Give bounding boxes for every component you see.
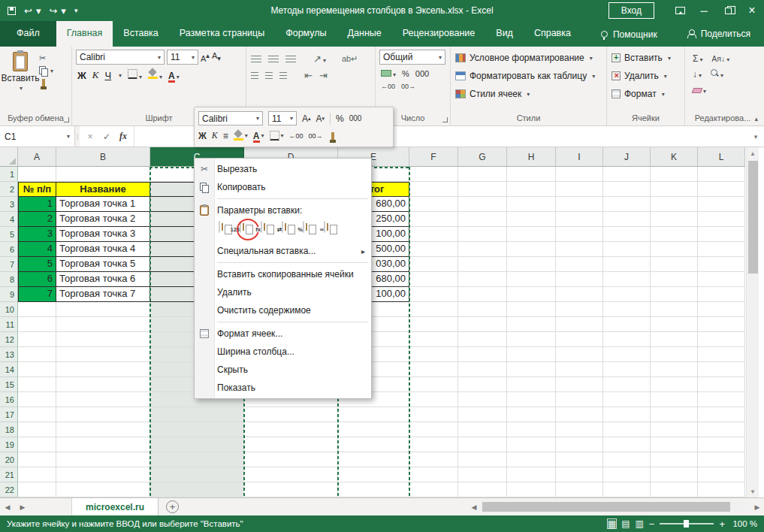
cell-H1[interactable] [507, 167, 556, 182]
accounting-format-button[interactable]: ▾ [381, 69, 396, 78]
cell-J12[interactable] [603, 332, 651, 347]
cell-D19[interactable] [244, 437, 338, 452]
tab-file[interactable]: Файл [0, 21, 56, 47]
page-layout-view-icon[interactable]: ▤ [621, 519, 630, 528]
fill-button[interactable]: ↓▾ [693, 69, 702, 80]
fill-color-button[interactable]: ▾ [148, 69, 162, 81]
normal-view-icon[interactable]: ▦ [608, 519, 616, 528]
mini-italic-button[interactable]: К [212, 130, 218, 141]
cell-L2[interactable] [698, 182, 745, 197]
cell-L19[interactable] [698, 437, 745, 452]
cell-H17[interactable] [507, 407, 556, 422]
sign-in-button[interactable]: Вход [608, 2, 654, 19]
cell-K8[interactable] [651, 272, 698, 287]
tab-Разметка страницы[interactable]: Разметка страницы [169, 21, 275, 47]
dialog-launcher-icon[interactable] [442, 117, 448, 122]
menu-item-show[interactable]: Показать [195, 379, 371, 397]
sort-filter-button[interactable]: АЯ↓▾ [711, 53, 729, 64]
cell-I8[interactable] [556, 272, 603, 287]
cell-B13[interactable] [56, 347, 150, 362]
clear-button[interactable]: ▾ [693, 85, 706, 95]
column-header-L[interactable]: L [698, 147, 745, 167]
cell-G16[interactable] [458, 392, 507, 407]
cell-H22[interactable] [507, 482, 556, 497]
cell-E19[interactable] [338, 437, 409, 452]
cell-I16[interactable] [556, 392, 603, 407]
cell-I9[interactable] [556, 287, 603, 302]
cell-D18[interactable] [244, 422, 338, 437]
scroll-up-icon[interactable]: ▲ [750, 147, 756, 159]
align-top-icon[interactable] [251, 56, 261, 62]
cell-B7[interactable]: Торговая точка 5 [56, 257, 150, 272]
cell-A14[interactable] [18, 362, 56, 377]
cell-B5[interactable]: Торговая точка 3 [56, 227, 150, 242]
cell-K18[interactable] [651, 422, 698, 437]
column-header-F[interactable]: F [409, 147, 458, 167]
row-header-12[interactable]: 12 [0, 332, 18, 347]
cell-E22[interactable] [338, 482, 409, 497]
save-icon[interactable] [8, 7, 16, 15]
cell-L16[interactable] [698, 392, 745, 407]
mini-format-painter-icon[interactable] [328, 132, 334, 140]
cell-K6[interactable] [651, 242, 698, 257]
cell-L9[interactable] [698, 287, 745, 302]
cell-F7[interactable] [409, 257, 458, 272]
cell-L4[interactable] [698, 212, 745, 227]
mini-align-center-icon[interactable]: ≡ [223, 131, 228, 141]
italic-button[interactable]: К [92, 69, 99, 81]
cell-G13[interactable] [458, 347, 507, 362]
cell-B15[interactable] [56, 377, 150, 392]
cell-G8[interactable] [458, 272, 507, 287]
cell-H8[interactable] [507, 272, 556, 287]
insert-function-icon[interactable]: fx [116, 131, 131, 142]
column-header-B[interactable]: B [56, 147, 150, 167]
cell-A3[interactable]: 1 [18, 197, 56, 212]
font-name-select[interactable]: Calibri▾ [76, 50, 165, 65]
row-header-21[interactable]: 21 [0, 467, 18, 482]
cell-A15[interactable] [18, 377, 56, 392]
cell-F10[interactable] [409, 302, 458, 317]
cell-K15[interactable] [651, 377, 698, 392]
cell-J14[interactable] [603, 362, 651, 377]
align-left-icon[interactable] [251, 72, 258, 79]
page-break-view-icon[interactable]: ▥ [635, 519, 643, 528]
cell-F15[interactable] [409, 377, 458, 392]
cell-L20[interactable] [698, 452, 745, 467]
cell-A21[interactable] [18, 467, 56, 482]
cell-A4[interactable]: 2 [18, 212, 56, 227]
cell-G10[interactable] [458, 302, 507, 317]
borders-button[interactable]: ▾ [128, 69, 142, 81]
mini-comma-button[interactable]: 000 [349, 114, 362, 122]
cell-G17[interactable] [458, 407, 507, 422]
cell-I17[interactable] [556, 407, 603, 422]
cell-I22[interactable] [556, 482, 603, 497]
cell-L12[interactable] [698, 332, 745, 347]
row-header-14[interactable]: 14 [0, 362, 18, 377]
cell-H5[interactable] [507, 227, 556, 242]
zoom-out-button[interactable]: − [649, 519, 655, 529]
row-header-20[interactable]: 20 [0, 452, 18, 467]
cell-I5[interactable] [556, 227, 603, 242]
cell-A16[interactable] [18, 392, 56, 407]
cell-G3[interactable] [458, 197, 507, 212]
cell-K22[interactable] [651, 482, 698, 497]
cell-K19[interactable] [651, 437, 698, 452]
cell-F14[interactable] [409, 362, 458, 377]
row-header-7[interactable]: 7 [0, 257, 18, 272]
cell-J4[interactable] [603, 212, 651, 227]
cell-B19[interactable] [56, 437, 150, 452]
cell-I3[interactable] [556, 197, 603, 212]
cell-K9[interactable] [651, 287, 698, 302]
percent-style-button[interactable]: % [402, 69, 409, 78]
cell-G20[interactable] [458, 452, 507, 467]
cell-A10[interactable] [18, 302, 56, 317]
scroll-left-icon[interactable]: ◀ [467, 503, 481, 511]
dialog-launcher-icon[interactable] [64, 117, 69, 122]
cell-G4[interactable] [458, 212, 507, 227]
paste-formatting-icon[interactable]: % [303, 222, 321, 238]
tab-Главная[interactable]: Главная [56, 21, 113, 47]
increase-indent-icon[interactable]: ⇥ [319, 70, 328, 81]
mini-percent-button[interactable]: % [336, 113, 344, 124]
cell-F6[interactable] [409, 242, 458, 257]
cell-D21[interactable] [244, 467, 338, 482]
